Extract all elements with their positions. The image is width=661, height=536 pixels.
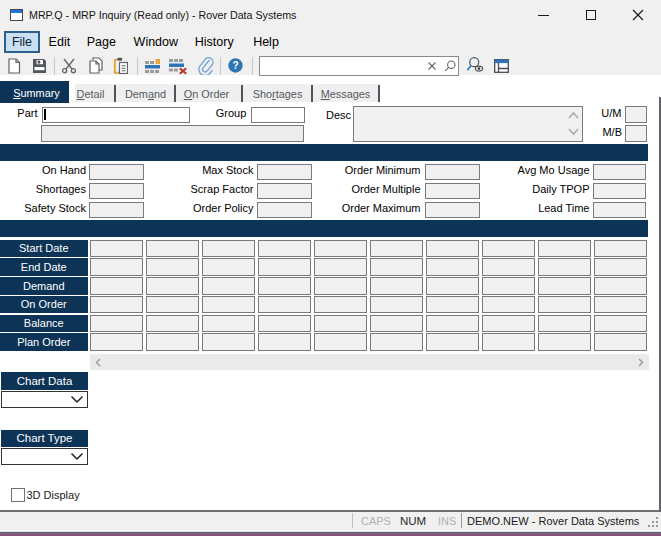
- svg-text:?: ?: [232, 60, 238, 71]
